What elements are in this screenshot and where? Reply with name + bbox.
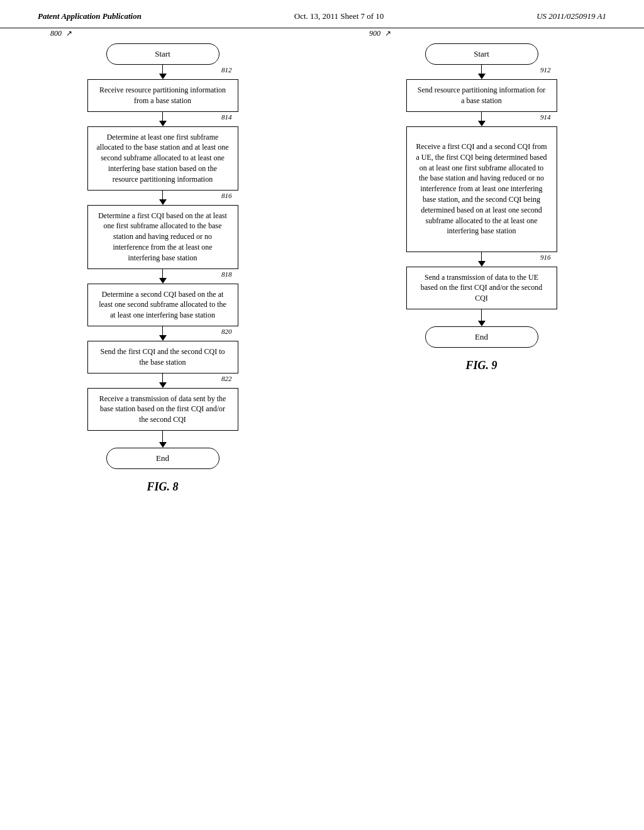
- fig8-step816-tag: 816: [221, 192, 232, 199]
- diagrams-container: 800 ↗ Start 812 Receive resource partiti…: [0, 28, 644, 494]
- fig8-label: FIG. 8: [147, 480, 178, 494]
- fig8-step816-wrapper: Determine a first CQI based on the at le…: [87, 205, 238, 269]
- page-header: Patent Application Publication Oct. 13, …: [0, 0, 644, 28]
- fig8-step812-node: Receive resource partitioning informatio…: [87, 79, 238, 112]
- fig9-header: 900 ↗: [331, 28, 631, 38]
- fig9-step912-node: Send resource partitioning information f…: [406, 79, 557, 112]
- fig8-arrow1: 812: [87, 65, 238, 79]
- fig9-step912-tag: 912: [540, 66, 551, 74]
- fig9-end-wrapper: End: [425, 326, 538, 348]
- fig8-column: 800 ↗ Start 812 Receive resource partiti…: [13, 28, 313, 494]
- fig8-step812-tag: 812: [221, 66, 232, 74]
- fig8-step818-wrapper: Determine a second CQI based on the at l…: [87, 284, 238, 326]
- fig8-arrow2: 814: [87, 112, 238, 126]
- fig8-arrow5: 820: [87, 326, 238, 341]
- fig8-start-wrapper: Start: [106, 43, 219, 65]
- fig8-arrow3: 816: [87, 191, 238, 205]
- fig8-arrow-end: [159, 431, 167, 448]
- fig9-step916-wrapper: Send a transmission of data to the UE ba…: [406, 267, 557, 309]
- fig8-step822-node: Receive a transmission of data sent by t…: [87, 388, 238, 431]
- fig9-start-wrapper: Start: [425, 43, 538, 65]
- fig9-arrow-end: [478, 309, 486, 326]
- fig8-start-node: Start: [106, 43, 219, 65]
- fig8-step820-node: Send the first CQI and the second CQI to…: [87, 341, 238, 374]
- fig8-step814-wrapper: Determine at least one first subframe al…: [87, 126, 238, 191]
- fig8-step816-node: Determine a first CQI based on the at le…: [87, 205, 238, 269]
- fig9-start-node: Start: [425, 43, 538, 65]
- fig8-step812-wrapper: Receive resource partitioning informatio…: [87, 79, 238, 112]
- fig8-arrow6: 822: [87, 374, 238, 388]
- fig8-step822-wrapper: Receive a transmission of data sent by t…: [87, 388, 238, 431]
- header-left: Patent Application Publication: [38, 11, 142, 21]
- fig8-end-wrapper: End: [106, 448, 219, 469]
- fig9-arrow1: 912: [406, 65, 557, 79]
- fig9-end-node: End: [425, 326, 538, 348]
- fig8-step818-node: Determine a second CQI based on the at l…: [87, 284, 238, 326]
- fig8-step814-node: Determine at least one first subframe al…: [87, 126, 238, 191]
- fig8-step814-tag: 814: [221, 113, 232, 121]
- fig9-number: 900 ↗: [369, 28, 391, 38]
- fig9-arrow3: 916: [406, 252, 557, 267]
- fig8-step818-tag: 818: [221, 270, 232, 278]
- fig8-step820-tag: 820: [221, 328, 232, 335]
- fig9-step914-node: Receive a first CQI and a second CQI fro…: [406, 126, 557, 252]
- fig9-step916-tag: 916: [540, 253, 551, 261]
- fig8-end-node: End: [106, 448, 219, 469]
- fig8-arrow4: 818: [87, 269, 238, 284]
- header-right: US 2011/0250919 A1: [536, 11, 606, 21]
- fig9-step914-wrapper: Receive a first CQI and a second CQI fro…: [406, 126, 557, 252]
- header-center: Oct. 13, 2011 Sheet 7 of 10: [294, 11, 384, 21]
- fig8-step820-wrapper: Send the first CQI and the second CQI to…: [87, 341, 238, 374]
- fig9-column: 900 ↗ Start 912 Send resource partitioni…: [331, 28, 631, 372]
- fig8-header: 800 ↗: [13, 28, 313, 38]
- fig8-step822-tag: 822: [221, 375, 232, 382]
- fig9-step914-tag: 914: [540, 113, 551, 121]
- fig9-label: FIG. 9: [465, 359, 497, 372]
- fig9-arrow2: 914: [406, 112, 557, 126]
- fig8-number: 800 ↗: [50, 28, 72, 38]
- fig9-step916-node: Send a transmission of data to the UE ba…: [406, 267, 557, 309]
- fig9-step912-wrapper: Send resource partitioning information f…: [406, 79, 557, 112]
